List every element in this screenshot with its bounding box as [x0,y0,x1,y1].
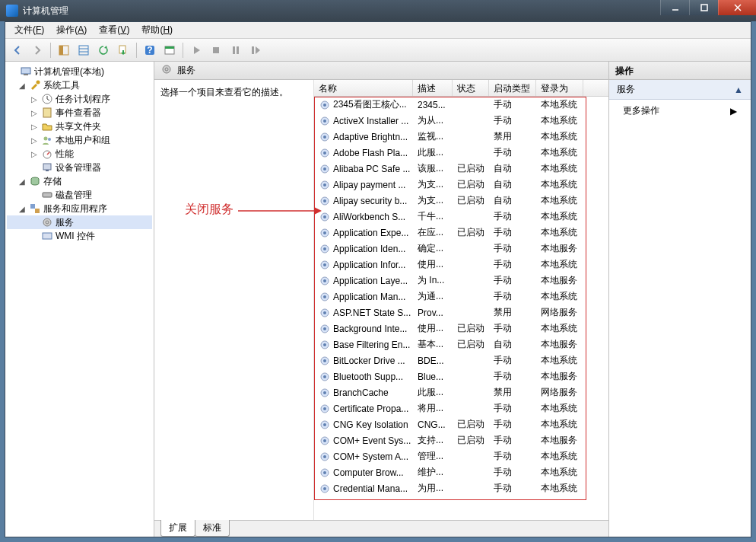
tab-extended[interactable]: 扩展 [160,520,195,537]
service-row[interactable]: Application Expe...在应...已启动手动本地系统 [314,225,608,241]
service-row[interactable]: Alibaba PC Safe ...该服...已启动自动本地系统 [314,161,608,177]
svg-point-66 [323,311,326,314]
service-desc: 管理... [413,448,453,465]
tree-item-performance[interactable]: ▷性能 [7,147,152,161]
disk-icon [41,189,53,201]
service-desc: 使用... [413,320,453,337]
service-row[interactable]: ASP.NET State S...Prov...禁用网络服务 [314,304,608,320]
tree-group-services-apps[interactable]: ◢ 服务和应用程序 [7,202,152,215]
service-row[interactable]: Computer Brow...维护...手动本地系统 [314,464,608,480]
pause-service-button[interactable] [227,41,245,59]
properties-button[interactable] [160,41,179,59]
navigation-tree[interactable]: 计算机管理(本地) ◢ 系统工具 ▷任务计划程序 ▷事件查看器 ▷共享文件夹 ▷… [5,62,154,537]
tree-item-wmi[interactable]: WMI 控件 [7,229,152,243]
tree-item-local-users[interactable]: ▷本地用户和组 [7,133,152,147]
column-logon[interactable]: 登录为 [536,80,583,96]
window-title: 计算机管理 [23,5,68,18]
service-name: Application Expe... [333,228,408,238]
service-row[interactable]: Base Filtering En...基本...已启动自动本地服务 [314,336,608,352]
column-name[interactable]: 名称 [314,80,413,96]
service-row[interactable]: Bluetooth Supp...Blue...手动本地服务 [314,368,608,384]
service-row[interactable]: Alipay security b...为支...已启动自动本地系统 [314,193,608,209]
svg-point-56 [323,231,326,234]
services-list[interactable]: 名称 描述 状态 启动类型 登录为 2345看图王核心...2345...手动本… [314,80,608,520]
collapse-icon[interactable]: ◢ [17,177,27,186]
service-row[interactable]: Certificate Propa...将用...手动本地系统 [314,400,608,416]
tree-root[interactable]: 计算机管理(本地) [7,65,152,78]
service-startup: 禁用 [489,128,536,145]
service-row[interactable]: COM+ Event Sys...支持...已启动手动本地服务 [314,432,608,448]
export-button[interactable] [114,41,132,59]
expand-icon[interactable]: ▷ [30,109,39,117]
service-row[interactable]: AliWorkbench S...千牛...手动本地系统 [314,209,608,225]
view-button[interactable] [75,41,93,59]
nav-back-button[interactable] [8,41,27,59]
tree-item-services[interactable]: 服务 [7,215,152,229]
service-startup: 手动 [489,240,536,257]
svg-point-58 [323,247,326,250]
service-row[interactable]: 2345看图王核心...2345...手动本地系统 [314,97,608,113]
svg-point-86 [323,471,326,474]
service-row[interactable]: Application Man...为通...手动本地系统 [314,289,608,304]
service-row[interactable]: Alipay payment ...为支...已启动自动本地系统 [314,177,608,193]
service-row[interactable]: Application Infor...使用...手动本地系统 [314,257,608,273]
tab-standard[interactable]: 标准 [195,520,230,537]
menu-action[interactable]: 操作(A) [50,22,93,38]
service-startup: 手动 [489,432,536,449]
service-row[interactable]: Application Laye...为 In...手动本地服务 [314,273,608,289]
computer-icon [20,65,32,78]
expand-icon[interactable]: ▷ [30,150,39,158]
collapse-icon[interactable]: ◢ [17,81,27,90]
tree-item-shared-folders[interactable]: ▷共享文件夹 [7,120,152,133]
expand-icon[interactable]: ▷ [30,123,39,131]
tree-item-disk-management[interactable]: 磁盘管理 [7,188,152,202]
service-row[interactable]: Application Iden...确定...手动本地服务 [314,241,608,257]
service-startup: 手动 [489,96,536,113]
tree-item-device-manager[interactable]: 设备管理器 [7,161,152,174]
stop-service-button[interactable] [207,41,225,59]
start-service-button[interactable] [187,41,205,59]
gear-icon [319,211,331,223]
collapse-icon[interactable]: ◢ [17,205,27,213]
service-row[interactable]: Adaptive Brightn...监视...禁用本地系统 [314,129,608,145]
actions-group[interactable]: 服务 ▲ [609,80,751,100]
service-status: 已启动 [453,416,489,433]
gear-icon [319,307,331,319]
svg-point-33 [46,221,49,224]
show-hide-tree-button[interactable] [55,41,73,59]
actions-more[interactable]: 更多操作 ▶ [609,100,751,122]
service-row[interactable]: COM+ System A...管理...手动本地系统 [314,448,608,464]
tree-item-event-viewer[interactable]: ▷事件查看器 [7,106,152,120]
service-status: 已启动 [453,336,489,353]
gear-icon [319,195,331,207]
menu-view[interactable]: 查看(V) [93,22,135,38]
service-name: Application Laye... [333,276,408,286]
refresh-button[interactable] [94,41,113,59]
service-row[interactable]: ActiveX Installer ...为从...手动本地系统 [314,113,608,129]
service-row[interactable]: Background Inte...使用...已启动手动本地系统 [314,320,608,336]
column-status[interactable]: 状态 [453,80,489,96]
nav-forward-button[interactable] [28,41,46,59]
service-row[interactable]: Credential Mana...为用...手动本地系统 [314,480,608,496]
service-desc: 千牛... [413,208,453,225]
column-desc[interactable]: 描述 [413,80,453,96]
svg-point-48 [323,167,326,171]
help-button[interactable]: ? [141,41,159,59]
service-row[interactable]: BitLocker Drive ...BDE...手动本地系统 [314,352,608,368]
service-row[interactable]: CNG Key IsolationCNG...已启动手动本地系统 [314,416,608,432]
menu-file[interactable]: 文件(F) [8,22,50,38]
service-row[interactable]: Adobe Flash Pla...此服...手动本地系统 [314,145,608,161]
tree-group-storage[interactable]: ◢ 存储 [7,174,152,188]
expand-icon[interactable]: ▷ [30,95,39,104]
tree-group-system-tools[interactable]: ◢ 系统工具 [7,78,152,92]
menu-help[interactable]: 帮助(H) [135,22,179,38]
maximize-button[interactable] [689,0,718,15]
service-row[interactable]: BranchCache此服...禁用网络服务 [314,384,608,400]
close-button[interactable] [718,0,756,15]
tree-item-task-scheduler[interactable]: ▷任务计划程序 [7,92,152,106]
minimize-button[interactable] [660,0,689,15]
service-startup: 手动 [489,400,536,417]
column-startup[interactable]: 启动类型 [489,80,536,96]
restart-service-button[interactable] [246,41,265,59]
expand-icon[interactable]: ▷ [30,136,39,145]
